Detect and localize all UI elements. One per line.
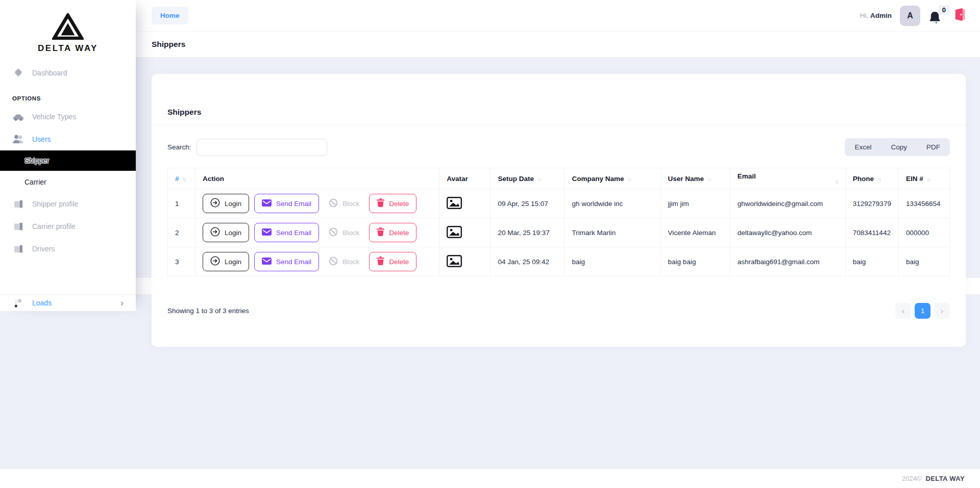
sidebar-nav: Dashboard OPTIONS Vehicle Types xyxy=(0,62,136,260)
pagination-page-1[interactable]: 1 xyxy=(915,303,930,319)
cell-num: 2 xyxy=(168,218,195,247)
export-copy-button[interactable]: Copy xyxy=(881,138,917,156)
login-button[interactable]: Login xyxy=(203,252,249,271)
column-header-num[interactable]: #↑↓ xyxy=(168,168,195,189)
block-button[interactable]: Block xyxy=(324,223,364,242)
logout-button[interactable] xyxy=(954,8,966,23)
sidebar: DELTA WAY Dashboard OPTIONS Vehicle Type… xyxy=(0,0,136,311)
copyright-year: 2024© xyxy=(902,475,922,482)
delete-button[interactable]: Delete xyxy=(369,223,416,242)
cell-setup-date: 09 Apr, 25 15:07 xyxy=(491,189,565,218)
send-email-button[interactable]: Send Email xyxy=(254,194,319,213)
column-header-user[interactable]: User Name↑↓ xyxy=(660,168,730,189)
column-header-company[interactable]: Company Name↑↓ xyxy=(565,168,660,189)
login-button[interactable]: Login xyxy=(203,223,249,242)
table-footer: Showing 1 to 3 of 3 entries ‹ 1 › xyxy=(167,303,950,319)
cell-num: 1 xyxy=(168,189,195,218)
sidebar-item-drivers[interactable]: Drivers xyxy=(0,238,136,260)
sort-icon: ↑↓ xyxy=(877,176,880,182)
delete-button[interactable]: Delete xyxy=(369,252,416,271)
pagination-next-button[interactable]: › xyxy=(934,303,950,319)
chevron-right-icon: › xyxy=(941,306,943,316)
sidebar-item-carrier[interactable]: Carrier xyxy=(0,171,136,193)
trash-icon xyxy=(377,227,384,238)
cell-setup-date: 20 Mar, 25 19:37 xyxy=(491,218,565,247)
shippers-card: Shippers Search: Excel Copy PDF xyxy=(152,74,966,347)
topbar: Home Hi, Admin A 0 xyxy=(136,0,980,32)
sidebar-item-loads[interactable]: Loads › xyxy=(0,294,136,311)
cell-phone: baig xyxy=(845,247,898,276)
image-placeholder-icon xyxy=(447,203,462,211)
cell-actions: Login Send Email Block xyxy=(195,189,439,218)
block-button[interactable]: Block xyxy=(324,194,364,213)
cell-phone: 3129279379 xyxy=(845,189,898,218)
topbar-right: Hi, Admin A 0 xyxy=(860,5,966,27)
column-header-setup-date[interactable]: Setup Date↑↓ xyxy=(491,168,565,189)
column-header-email[interactable]: Email↑↓ xyxy=(730,168,845,189)
send-email-button[interactable]: Send Email xyxy=(254,252,319,271)
sidebar-section-options: OPTIONS xyxy=(0,84,136,106)
export-excel-button[interactable]: Excel xyxy=(845,138,881,156)
breadcrumb-home[interactable]: Home xyxy=(152,7,188,24)
cell-email: ghworldwideinc@gmail.com xyxy=(730,189,845,218)
sidebar-item-vehicle-types[interactable]: Vehicle Types xyxy=(0,106,136,128)
column-header-ein[interactable]: EIN #↑↓ xyxy=(898,168,949,189)
sidebar-item-carrier-profile[interactable]: Carrier profile xyxy=(0,215,136,238)
cell-user: Vicente Aleman xyxy=(660,218,730,247)
send-email-button[interactable]: Send Email xyxy=(254,223,319,242)
sidebar-item-users[interactable]: Users xyxy=(0,128,136,150)
delete-button[interactable]: Delete xyxy=(369,194,416,213)
login-arrow-icon xyxy=(210,198,220,209)
cell-user: baig baig xyxy=(660,247,730,276)
trash-icon xyxy=(377,198,384,209)
login-button[interactable]: Login xyxy=(203,194,249,213)
shippers-table: #↑↓ Action Avatar Setup Date↑↓ Company N… xyxy=(167,168,950,276)
sidebar-item-shipper-profile[interactable]: Shipper profile xyxy=(0,193,136,215)
notification-count-badge: 0 xyxy=(938,5,950,15)
pagination: ‹ 1 › xyxy=(895,303,950,319)
sort-icon: ↑↓ xyxy=(835,179,838,185)
sidebar-item-label: Users xyxy=(32,135,51,143)
sidebar-item-dashboard[interactable]: Dashboard xyxy=(0,62,136,84)
block-icon xyxy=(329,256,338,267)
sidebar-item-label: Drivers xyxy=(32,245,55,253)
cell-actions: Login Send Email Block xyxy=(195,218,439,247)
search-control: Search: xyxy=(167,139,327,156)
column-header-avatar: Avatar xyxy=(439,168,491,189)
export-pdf-button[interactable]: PDF xyxy=(917,138,950,156)
page-title-bar: Shippers xyxy=(136,32,980,58)
avatar[interactable]: A xyxy=(900,6,920,26)
sidebar-item-label: Loads xyxy=(32,299,52,307)
chevron-left-icon: ‹ xyxy=(902,306,904,316)
export-buttons: Excel Copy PDF xyxy=(845,138,950,156)
chevron-right-icon: › xyxy=(120,298,124,307)
cell-num: 3 xyxy=(168,247,195,276)
gem-icon xyxy=(12,68,24,78)
search-input[interactable] xyxy=(197,139,327,156)
sidebar-item-label: Dashboard xyxy=(32,69,67,77)
greeting-name: Admin xyxy=(870,12,892,19)
cell-phone: 7083411442 xyxy=(845,218,898,247)
column-header-phone[interactable]: Phone↑↓ xyxy=(845,168,898,189)
sidebar-item-label: Vehicle Types xyxy=(32,113,76,121)
block-button[interactable]: Block xyxy=(324,252,364,271)
cell-avatar xyxy=(439,247,491,276)
cell-company: baig xyxy=(565,247,660,276)
column-header-action: Action xyxy=(195,168,439,189)
sidebar-item-shipper[interactable]: Shipper xyxy=(0,150,136,171)
table-row: 2 Login Send Email xyxy=(168,218,950,247)
cell-company: Trimark Marlin xyxy=(565,218,660,247)
page-title: Shippers xyxy=(152,40,185,49)
pagination-prev-button[interactable]: ‹ xyxy=(895,303,911,319)
notifications-button[interactable]: 0 xyxy=(928,5,946,27)
sidebar-item-label: Carrier profile xyxy=(32,222,76,230)
sort-icon: ↑↓ xyxy=(628,176,631,182)
delta-triangle-icon xyxy=(52,33,84,41)
table-row: 1 Login Send Email xyxy=(168,189,950,218)
book-icon xyxy=(12,200,24,209)
trash-icon xyxy=(377,256,384,267)
block-icon xyxy=(329,227,338,238)
brand-logo[interactable]: DELTA WAY xyxy=(0,0,136,54)
cell-email: ashrafbaig691@gmail.com xyxy=(730,247,845,276)
cell-ein: 133456654 xyxy=(898,189,949,218)
